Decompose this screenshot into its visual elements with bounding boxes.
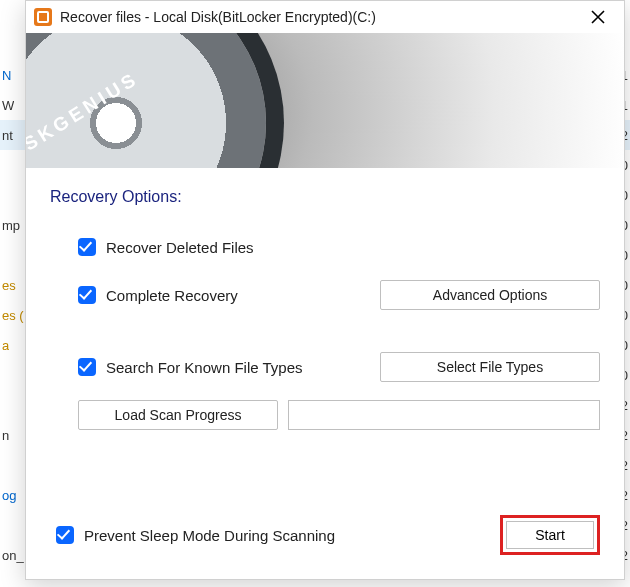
select-file-types-button[interactable]: Select File Types	[380, 352, 600, 382]
advanced-options-button[interactable]: Advanced Options	[380, 280, 600, 310]
titlebar: Recover files - Local Disk(BitLocker Enc…	[26, 1, 624, 33]
start-button-highlight: Start	[500, 515, 600, 555]
footer-row: Prevent Sleep Mode During Scanning Start	[50, 515, 600, 555]
prevent-sleep-label: Prevent Sleep Mode During Scanning	[84, 527, 335, 544]
option-row-recover-deleted: Recover Deleted Files	[50, 232, 600, 262]
recover-deleted-checkbox[interactable]	[78, 238, 96, 256]
recovery-options-heading: Recovery Options:	[50, 188, 600, 206]
banner-image: DISKGENIUS	[26, 33, 624, 168]
app-icon	[34, 8, 52, 26]
dialog-content: Recovery Options: Recover Deleted Files …	[26, 168, 624, 579]
dialog-title: Recover files - Local Disk(BitLocker Enc…	[60, 9, 578, 25]
prevent-sleep-checkbox[interactable]	[56, 526, 74, 544]
close-button[interactable]	[578, 1, 618, 33]
recover-files-dialog: Recover files - Local Disk(BitLocker Enc…	[25, 0, 625, 580]
disk-graphic	[26, 33, 266, 168]
complete-recovery-checkbox[interactable]	[78, 286, 96, 304]
load-scan-progress-path-input[interactable]	[288, 400, 600, 430]
search-known-types-label: Search For Known File Types	[106, 359, 302, 376]
search-known-types-checkbox[interactable]	[78, 358, 96, 376]
load-progress-row: Load Scan Progress	[50, 400, 600, 430]
start-button[interactable]: Start	[506, 521, 594, 549]
load-scan-progress-button[interactable]: Load Scan Progress	[78, 400, 278, 430]
close-icon	[591, 10, 605, 24]
recover-deleted-label: Recover Deleted Files	[106, 239, 254, 256]
option-row-complete-recovery: Complete Recovery Advanced Options	[50, 280, 600, 310]
complete-recovery-label: Complete Recovery	[106, 287, 238, 304]
option-row-search-known-types: Search For Known File Types Select File …	[50, 352, 600, 382]
